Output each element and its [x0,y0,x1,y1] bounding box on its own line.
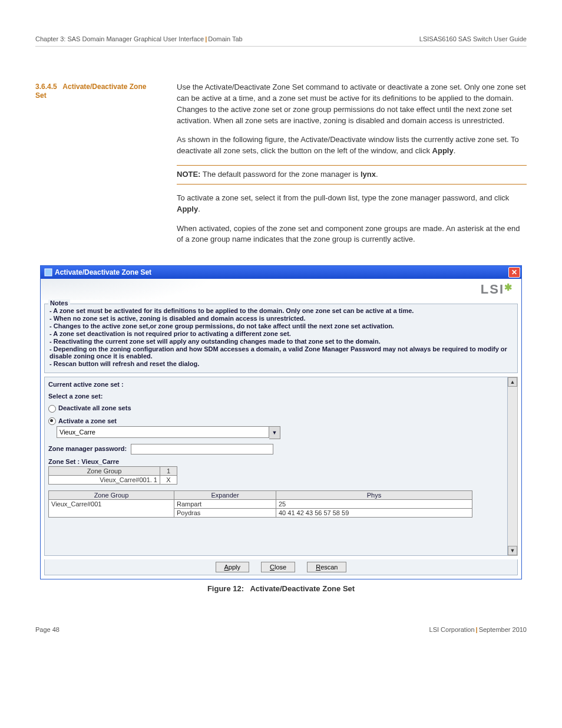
zoneset-label: Zone Set : Vieux_Carre [48,458,504,465]
password-row: Zone manager password: [48,444,504,454]
scrollbar[interactable]: ▲ ▼ [508,377,518,556]
zonegroup-large-table: Zone Group Expander Phys Vieux_Carre#001… [48,490,472,518]
svg-rect-0 [45,269,52,276]
lsi-logo: LSI✱ [481,282,513,297]
para-4: When activated, copies of the zone set a… [177,223,527,246]
radio-activate-row[interactable]: Activate a zone set [48,417,504,426]
zonegroup-small-table: Zone Group1 Vieux_Carre#001. 1X [48,466,177,485]
radio-deactivate-row[interactable]: Deactivate all zone sets [48,404,504,413]
button-row: Apply Close Rescan [44,559,518,575]
current-zone-label: Current active zone set : [48,381,504,388]
header-tab: Domain Tab [208,35,243,42]
figure-caption: Figure 12: Activate/Deactivate Zone Set [35,584,527,593]
footer-corp: LSI Corporation [429,626,475,633]
note-box: NOTE: The default password for the zone … [177,165,527,185]
main-panel: Current active zone set : Select a zone … [44,377,508,556]
app-icon [44,268,52,276]
section-heading: 3.6.4.5 Activate/Deactivate Zone Set [35,82,159,253]
footer-date: September 2010 [479,626,527,633]
note-prefix: NOTE: [177,170,200,179]
password-input[interactable] [131,444,273,454]
window-title: Activate/Deactivate Zone Set [55,268,151,276]
scroll-down-icon[interactable]: ▼ [508,546,517,555]
notes-panel: Notes - A zone set must be activated for… [44,304,518,373]
para-2: As shown in the following figure, the Ac… [177,134,527,157]
titlebar[interactable]: Activate/Deactivate Zone Set ✕ [41,266,521,279]
zone-dropdown[interactable]: ▼ [57,426,280,439]
close-icon[interactable]: ✕ [508,267,520,278]
zone-dropdown-input[interactable] [57,426,269,438]
rescan-button[interactable]: Rescan [307,562,346,572]
close-button[interactable]: Close [261,562,295,572]
password-label: Zone manager password: [48,445,127,452]
banner: LSI✱ [41,279,521,300]
select-zone-label: Select a zone set: [48,393,504,400]
para-1: Use the Activate/Deactivate Zone Set com… [177,82,527,126]
chevron-down-icon[interactable]: ▼ [269,426,280,439]
table-row: Vieux_Carre#001 Rampart 25 [49,500,472,509]
radio-deactivate[interactable] [48,405,56,413]
radio-activate[interactable] [48,417,56,425]
header-doc-title: LSISAS6160 SAS Switch User Guide [419,35,527,42]
footer-page: Page 48 [35,626,59,633]
apply-button[interactable]: Apply [216,562,250,572]
page-footer: Page 48 LSI Corporation|September 2010 [35,622,527,633]
header-chapter: Chapter 3: SAS Domain Manager Graphical … [35,35,204,42]
scroll-up-icon[interactable]: ▲ [508,377,517,387]
para-3: To activate a zone set, select it from t… [177,193,527,215]
dialog-window: Activate/Deactivate Zone Set ✕ LSI✱ Note… [40,265,522,579]
page-header: Chapter 3: SAS Domain Manager Graphical … [35,35,527,47]
section-number: 3.6.4.5 [35,83,57,91]
notes-legend: Notes [48,299,70,307]
